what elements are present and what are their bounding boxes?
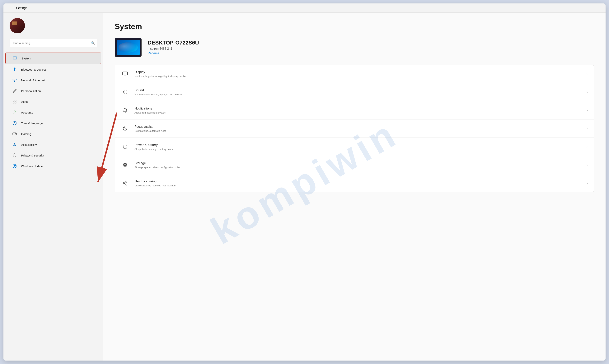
svg-rect-5 (15, 100, 16, 101)
sidebar-item-gaming-label: Gaming (21, 132, 31, 136)
search-input[interactable] (10, 39, 97, 47)
time-icon (12, 120, 18, 126)
settings-row-sound[interactable]: Sound Volume levels, output, input, soun… (115, 83, 594, 101)
bluetooth-icon (12, 66, 18, 73)
settings-row-storage[interactable]: Storage Storage space, drives, configura… (115, 156, 594, 174)
sidebar-item-network-label: Network & internet (21, 79, 45, 82)
power-title: Power & battery (134, 143, 173, 147)
sidebar-item-update-label: Windows Update (21, 165, 43, 168)
sidebar-item-time-label: Time & language (21, 122, 43, 125)
settings-row-display[interactable]: Display Monitors, brightness, night ligh… (115, 65, 594, 83)
notifications-text: Notifications Alerts from apps and syste… (134, 107, 166, 114)
gaming-icon (12, 131, 18, 137)
svg-point-15 (14, 143, 15, 144)
svg-point-14 (15, 134, 16, 134)
settings-row-nearby[interactable]: Nearby sharing Discoverability, received… (115, 174, 594, 192)
power-subtitle: Sleep, battery usage, battery saver (134, 148, 173, 151)
network-icon (12, 77, 18, 83)
device-info: DESKTOP-O722S6U Inspiron 5485 2n1 Rename (148, 40, 199, 55)
focus-text: Focus assist Notifications, automatic ru… (134, 125, 166, 132)
settings-row-focus[interactable]: Focus assist Notifications, automatic ru… (115, 119, 594, 138)
notifications-subtitle: Alerts from apps and system (134, 111, 166, 114)
sidebar-item-update[interactable]: Windows Update (5, 161, 101, 171)
storage-icon (121, 161, 129, 169)
device-rename-link[interactable]: Rename (148, 52, 199, 55)
svg-marker-20 (123, 91, 125, 93)
focus-icon (121, 124, 129, 132)
nearby-text: Nearby sharing Discoverability, received… (134, 180, 176, 187)
notifications-chevron: › (587, 108, 588, 112)
user-area (3, 18, 103, 39)
sidebar-item-privacy-label: Privacy & security (21, 154, 44, 157)
notifications-icon (121, 106, 129, 114)
settings-window: ← Settings 🔍 (3, 3, 606, 361)
device-model: Inspiron 5485 2n1 (148, 47, 199, 51)
display-subtitle: Monitors, brightness, night light, displ… (134, 75, 186, 78)
sound-icon (121, 88, 129, 96)
device-thumbnail-image (117, 40, 140, 55)
sidebar-item-bluetooth[interactable]: Bluetooth & devices (5, 64, 101, 75)
svg-rect-7 (13, 102, 14, 103)
sidebar-item-system[interactable]: System (5, 52, 101, 64)
storage-text: Storage Storage space, drives, configura… (134, 161, 180, 169)
sidebar-item-privacy[interactable]: Privacy & security (5, 150, 101, 161)
device-card: DESKTOP-O722S6U Inspiron 5485 2n1 Rename (115, 38, 594, 57)
sidebar-item-personalization-label: Personalization (21, 89, 41, 93)
svg-line-27 (124, 182, 126, 183)
nearby-icon (121, 179, 129, 187)
apps-icon (12, 99, 18, 105)
back-button[interactable]: ← (7, 5, 13, 11)
sidebar-item-time[interactable]: Time & language (5, 118, 101, 129)
display-chevron: › (587, 72, 588, 76)
sound-chevron: › (587, 90, 588, 94)
sidebar-item-personalization[interactable]: Personalization (5, 86, 101, 96)
avatar-image (10, 18, 25, 33)
svg-point-23 (126, 181, 127, 182)
device-thumbnail (115, 38, 142, 57)
sound-title: Sound (134, 88, 182, 92)
accessibility-icon (12, 142, 18, 148)
focus-chevron: › (587, 127, 588, 130)
power-text: Power & battery Sleep, battery usage, ba… (134, 143, 173, 151)
svg-rect-4 (13, 100, 14, 101)
sidebar-item-network[interactable]: Network & internet (5, 75, 101, 86)
power-chevron: › (587, 145, 588, 149)
svg-rect-0 (13, 57, 17, 59)
privacy-icon (12, 152, 18, 158)
title-bar-label: Settings (16, 6, 27, 10)
sidebar-item-accounts[interactable]: Accounts (5, 107, 101, 118)
settings-list: Display Monitors, brightness, night ligh… (115, 65, 594, 192)
sidebar-item-accessibility[interactable]: Accessibility (5, 139, 101, 150)
svg-point-24 (123, 182, 125, 184)
nearby-subtitle: Discoverability, received files location (134, 184, 176, 187)
settings-row-notifications[interactable]: Notifications Alerts from apps and syste… (115, 101, 594, 119)
avatar[interactable] (10, 18, 25, 33)
sidebar-item-gaming[interactable]: Gaming (5, 129, 101, 139)
sound-subtitle: Volume levels, output, input, sound devi… (134, 93, 182, 96)
sidebar-nav: System Bluetooth & devices (3, 52, 103, 171)
sidebar: 🔍 System (3, 13, 103, 361)
power-icon (121, 143, 129, 151)
sidebar-item-apps-label: Apps (21, 100, 28, 103)
sidebar-item-system-label: System (22, 57, 31, 60)
accounts-icon (12, 109, 18, 116)
sidebar-item-apps[interactable]: Apps (5, 96, 101, 107)
personalization-icon (12, 88, 18, 94)
nearby-chevron: › (587, 181, 588, 185)
sound-text: Sound Volume levels, output, input, soun… (134, 88, 182, 96)
device-name: DESKTOP-O722S6U (148, 40, 199, 46)
svg-point-25 (126, 184, 127, 185)
sidebar-item-accessibility-label: Accessibility (21, 143, 37, 146)
page-title: System (115, 22, 594, 31)
svg-rect-17 (123, 72, 128, 75)
focus-subtitle: Notifications, automatic rules (134, 130, 166, 132)
svg-point-8 (14, 111, 15, 112)
title-bar: ← Settings (3, 3, 606, 13)
nearby-title: Nearby sharing (134, 180, 176, 183)
display-title: Display (134, 70, 186, 74)
settings-row-power[interactable]: Power & battery Sleep, battery usage, ba… (115, 138, 594, 156)
focus-title: Focus assist (134, 125, 166, 129)
display-text: Display Monitors, brightness, night ligh… (134, 70, 186, 78)
system-icon (12, 55, 18, 61)
content-area: 🔍 System (3, 13, 606, 361)
